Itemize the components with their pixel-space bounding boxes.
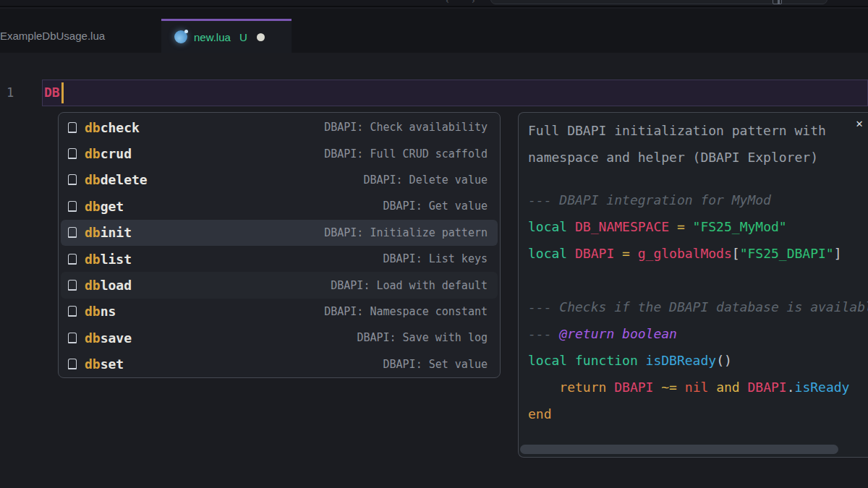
suggest-item-description: DBAPI: List keys [383, 252, 488, 265]
docs-description: Full DBAPI initialization pattern with n… [528, 117, 845, 171]
code-line: --- @return boolean [528, 320, 868, 347]
tab-label: new.lua [194, 31, 231, 43]
snippet-icon [68, 333, 77, 343]
code-line: --- Checks if the DBAPI database is avai… [528, 294, 868, 320]
suggest-item-description: DBAPI: Full CRUD scaffold [324, 147, 488, 160]
tab-label: ExampleDbUsage.lua [0, 30, 105, 42]
suggest-item-label: dbload [85, 278, 132, 293]
modified-dot-icon[interactable] [257, 33, 265, 41]
suggest-item-description: DBAPI: Set value [383, 358, 488, 371]
suggest-item-label: dbsave [85, 330, 132, 346]
suggest-item-dbget[interactable]: dbgetDBAPI: Get value [61, 193, 498, 219]
suggest-item-label: dbget [85, 199, 124, 214]
suggest-widget: dbcheckDBAPI: Check availabilitydbcrudDB… [58, 112, 501, 378]
nav-back-icon[interactable]: ‹ [446, 0, 449, 6]
snippet-icon [68, 201, 77, 212]
snippet-icon [68, 306, 77, 317]
snippet-icon [68, 359, 77, 369]
suggest-item-label: dbns [85, 304, 116, 319]
lua-file-icon [174, 30, 187, 43]
suggest-item-description: DBAPI: Save with log [357, 331, 488, 344]
suggest-item-dbload[interactable]: dbloadDBAPI: Load with default [61, 272, 498, 298]
suggest-item-description: DBAPI: Load with default [331, 279, 488, 292]
suggest-item-label: dblist [85, 252, 132, 267]
code-line: local DBAPI = g_globalMods["FS25_DBAPI"] [528, 240, 868, 267]
suggest-item-description: DBAPI: Check availability [324, 121, 488, 134]
nav-forward-icon[interactable]: › [472, 0, 475, 6]
snippet-icon [68, 174, 77, 185]
suggest-item-dbset[interactable]: dbsetDBAPI: Set value [61, 351, 498, 377]
snippet-icon [68, 254, 77, 265]
code-line: local function isDBReady() [528, 347, 868, 374]
layout-panel-icon[interactable] [773, 0, 782, 4]
code-line: --- DBAPI integration for MyMod [528, 187, 868, 213]
snippet-icon [68, 227, 77, 238]
snippet-icon [68, 148, 77, 159]
snippet-icon [68, 122, 77, 133]
tab-bar: ExampleDbUsage.lua new.lua U [0, 9, 868, 53]
typed-text: DB [44, 80, 60, 105]
snippet-code-preview: --- DBAPI integration for MyModlocal DB_… [528, 187, 868, 427]
suggest-item-dbinit[interactable]: dbinitDBAPI: Initialize pattern [61, 220, 498, 246]
suggest-item-description: DBAPI: Namespace constant [324, 305, 488, 318]
text-cursor [61, 82, 64, 103]
suggest-item-dbcheck[interactable]: dbcheckDBAPI: Check availability [61, 114, 498, 140]
code-line: return DBAPI ~= nil and DBAPI.isReady [528, 374, 868, 401]
snippet-icon [68, 280, 77, 291]
current-line-highlight[interactable]: DB [42, 80, 868, 106]
tab-exampledbusage[interactable]: ExampleDbUsage.lua [0, 19, 125, 53]
code-line [528, 267, 868, 294]
suggest-item-dbcrud[interactable]: dbcrudDBAPI: Full CRUD scaffold [61, 140, 498, 166]
suggest-item-label: dbcheck [85, 120, 140, 135]
suggest-item-dbns[interactable]: dbnsDBAPI: Namespace constant [61, 299, 498, 325]
suggest-item-label: dbset [85, 356, 124, 372]
git-status-badge: U [239, 31, 247, 43]
close-icon[interactable]: ✕ [856, 118, 863, 129]
code-line: local DB_NAMESPACE = "FS25_MyMod" [528, 213, 868, 240]
suggest-item-dbsave[interactable]: dbsaveDBAPI: Save with log [61, 325, 498, 351]
horizontal-scrollbar-thumb[interactable] [520, 445, 838, 454]
suggest-item-label: dbdelete [85, 172, 148, 187]
suggest-item-description: DBAPI: Get value [383, 200, 488, 213]
title-bar: ‹ › [0, 0, 868, 7]
suggest-item-dbdelete[interactable]: dbdeleteDBAPI: Delete value [61, 167, 498, 193]
suggest-docs-panel: ✕ Full DBAPI initialization pattern with… [518, 112, 868, 458]
line-number: 1 [0, 80, 20, 106]
suggest-item-description: DBAPI: Initialize pattern [324, 226, 488, 239]
suggest-item-dblist[interactable]: dblistDBAPI: List keys [61, 246, 498, 272]
tab-new-lua[interactable]: new.lua U [161, 19, 292, 53]
suggest-item-label: dbcrud [85, 146, 132, 161]
suggest-item-label: dbinit [85, 225, 132, 240]
code-line: end [528, 401, 868, 427]
docs-description-line2: namespace and helper (DBAPI Explorer) [528, 144, 845, 171]
docs-description-line1: Full DBAPI initialization pattern with [528, 117, 845, 144]
suggest-item-description: DBAPI: Delete value [363, 174, 488, 187]
